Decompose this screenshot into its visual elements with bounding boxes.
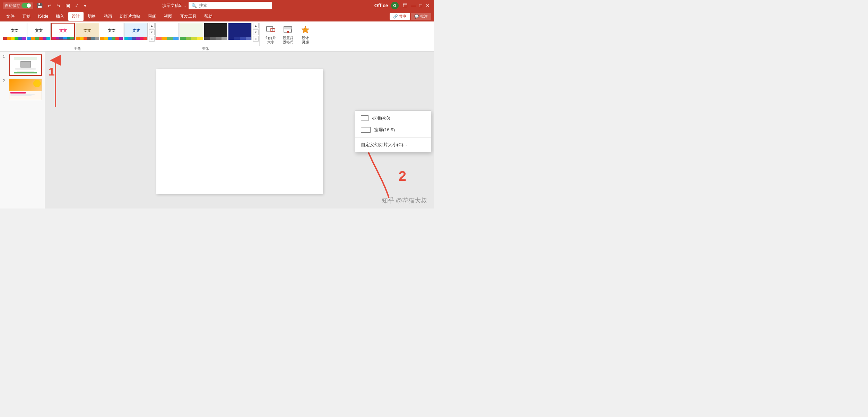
comment-button[interactable]: 💬 批注 [411, 13, 431, 20]
search-icon: 🔍 [191, 3, 197, 8]
ribbon-labels-row: 主题 变体 [3, 46, 314, 51]
minimize-button[interactable]: — [410, 2, 417, 9]
maximize-button[interactable]: □ [418, 2, 424, 9]
design-sense-icon [300, 24, 311, 35]
theme-scroll-arrows: ▲ ▼ ≡ [149, 23, 155, 42]
menu-item-review[interactable]: 审阅 [145, 12, 160, 21]
slide-thumb-1[interactable] [9, 54, 42, 76]
restore-button[interactable]: 🗖 [401, 2, 409, 9]
theme-text-5: 文文 [100, 23, 123, 37]
design-sense-button[interactable]: 设计灵感 [297, 23, 314, 46]
themes-row: 文文 文文 [3, 23, 148, 40]
theme-thumb-4[interactable]: 文文 [76, 23, 99, 40]
menu-item-home[interactable]: 开始 [19, 12, 34, 21]
menu-item-design[interactable]: 设计 [68, 12, 84, 21]
variants-label: 变体 [152, 46, 259, 51]
theme-text-3: 文文 [52, 24, 74, 37]
share-button[interactable]: 🔗 共享 [390, 13, 410, 20]
menu-bar: 文件 开始 iSlide 插入 设计 切换 动画 幻灯片放映 审阅 视图 开发工… [0, 11, 434, 21]
dropdown-divider [355, 137, 431, 137]
main-area: 1 2 [0, 52, 434, 208]
slide-tools: 幻灯片大小 设置背景格式 [259, 23, 314, 46]
dropdown-custom-size[interactable]: 自定义幻灯片大小(C)... [355, 139, 431, 151]
office-brand: Office [374, 3, 388, 8]
variant-scroll-up[interactable]: ▲ [253, 23, 259, 28]
theme-thumb-5[interactable]: 文文 [100, 23, 123, 40]
custom-size-label: 自定义幻灯片大小(C)... [361, 142, 407, 147]
slide-thumb-2[interactable] [9, 79, 42, 100]
slide-content-1 [10, 55, 41, 75]
user-initial: O [393, 3, 396, 8]
autosave-switch[interactable] [21, 3, 31, 8]
theme-thumb-3[interactable]: 文文 [51, 23, 75, 40]
close-button[interactable]: ✕ [424, 2, 431, 9]
redo-button[interactable]: ↪ [55, 2, 62, 9]
slide-item-1: 1 [3, 54, 42, 76]
theme-scroll-down[interactable]: ▼ [149, 29, 155, 35]
slide-size-label: 幻灯片大小 [266, 36, 276, 44]
menu-item-transition[interactable]: 切换 [84, 12, 99, 21]
themes-group: 文文 文文 [3, 23, 314, 51]
variant-thumb-2[interactable] [180, 23, 203, 40]
autosave-toggle[interactable]: 自动保存 [3, 2, 33, 9]
svg-marker-5 [302, 26, 309, 33]
autosave-label: 自动保存 [5, 3, 20, 8]
variant-thumb-4[interactable] [228, 23, 252, 40]
customize-button[interactable]: ✓ [73, 2, 80, 9]
save-button[interactable]: 💾 [35, 2, 44, 9]
dropdown-item-widescreen[interactable]: 宽屏(16:9) [355, 124, 431, 136]
slide-size-button[interactable]: 幻灯片大小 [262, 23, 279, 46]
title-bar-left: 自动保存 💾 ↩ ↪ ▣ ✓ ▾ [3, 2, 110, 9]
background-button[interactable]: 设置背景格式 [280, 23, 296, 46]
variant-scroll-down[interactable]: ▼ [253, 29, 259, 35]
variant-thumb-3[interactable] [204, 23, 227, 40]
theme-scroll-up[interactable]: ▲ [149, 23, 155, 28]
theme-more[interactable]: ≡ [149, 36, 155, 42]
search-box[interactable]: 🔍 [189, 2, 272, 9]
background-icon [283, 24, 294, 35]
slide-item-2: 2 [3, 79, 42, 100]
user-avatar[interactable]: O [391, 2, 399, 9]
slide-canvas [156, 69, 323, 194]
background-label: 设置背景格式 [283, 36, 293, 44]
title-bar-right: Office O 🗖 — □ ✕ [324, 2, 431, 9]
menu-item-view[interactable]: 视图 [160, 12, 176, 21]
title-bar: 自动保存 💾 ↩ ↪ ▣ ✓ ▾ 演示文稿5.... 🔍 Office O 🗖 … [0, 0, 434, 11]
theme-thumb-6[interactable]: 文文 [124, 23, 148, 40]
theme-text-2: 文文 [27, 23, 50, 37]
slide-panel: 1 2 [0, 52, 45, 208]
widescreen-icon [361, 127, 371, 133]
widescreen-label: 宽屏(16:9) [374, 127, 395, 133]
menu-item-help[interactable]: 帮助 [201, 12, 216, 21]
standard-icon [361, 115, 368, 121]
variant-scroll-arrows: ▲ ▼ ≡ [253, 23, 259, 42]
more-button[interactable]: ▾ [83, 2, 88, 9]
menu-item-animation[interactable]: 动画 [100, 12, 115, 21]
menu-item-insert[interactable]: 插入 [52, 12, 68, 21]
standard-label: 标准(4:3) [372, 115, 390, 121]
svg-rect-0 [267, 27, 273, 31]
variants-group [155, 23, 252, 40]
title-bar-center: 演示文稿5.... 🔍 [110, 2, 324, 9]
slide-number-1: 1 [3, 54, 7, 59]
dropdown-item-standard[interactable]: 标准(4:3) [355, 112, 431, 124]
present-button[interactable]: ▣ [64, 2, 71, 9]
menu-item-devtools[interactable]: 开发工具 [176, 12, 200, 21]
menu-item-slideshow[interactable]: 幻灯片放映 [116, 12, 144, 21]
search-input[interactable] [199, 3, 269, 8]
theme-thumb-2[interactable]: 文文 [27, 23, 51, 40]
undo-button[interactable]: ↩ [46, 2, 53, 9]
variant-more[interactable]: ≡ [253, 36, 259, 42]
menu-item-file[interactable]: 文件 [3, 12, 18, 21]
theme-thumb-1[interactable]: 文文 [3, 23, 26, 40]
slide-number-2: 2 [3, 79, 7, 83]
themes-label: 主题 [3, 46, 152, 51]
theme-text-6: 文文 [124, 23, 147, 37]
ribbon: 文文 文文 [0, 21, 434, 52]
menu-item-islide[interactable]: iSlide [35, 12, 52, 20]
svg-point-4 [287, 31, 289, 33]
variant-thumb-1[interactable] [155, 23, 179, 40]
file-title: 演示文稿5.... [162, 3, 186, 9]
svg-rect-3 [284, 27, 292, 29]
design-sense-label: 设计灵感 [302, 36, 309, 44]
